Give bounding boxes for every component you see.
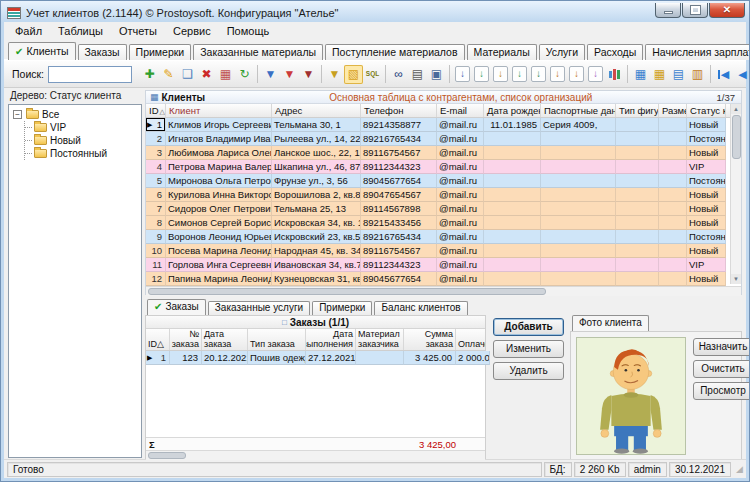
cell-birthdate[interactable] (484, 146, 541, 160)
cell-phone[interactable]: 89216765434 (361, 230, 437, 244)
tree-node-regular[interactable]: Постоянный (25, 147, 139, 160)
cell-phone[interactable]: 89215433456 (361, 216, 437, 230)
cell-order-number[interactable]: 123 (170, 351, 202, 365)
tab-services[interactable]: Услуги (539, 44, 585, 60)
refresh-icon[interactable]: ↻ (235, 65, 254, 84)
export-pdf-icon[interactable]: ↓ (569, 66, 584, 82)
tab-payroll[interactable]: Начисления зарплаты (645, 44, 750, 60)
cell-completion-date[interactable]: 27.12.2021 (306, 351, 356, 365)
cell-id[interactable]: 1▶ (146, 351, 170, 365)
cell-figure-type[interactable] (616, 230, 659, 244)
cell-status[interactable]: Новый (687, 188, 726, 202)
table-row[interactable]: 7Сидоров Олег ПетровичТельмана 25, 13891… (146, 202, 741, 216)
cell-id[interactable]: 11 (146, 258, 166, 272)
cell-birthdate[interactable] (484, 174, 541, 188)
table-row[interactable]: 3Любимова Лариса ОлеговнаЛанское шос., 2… (146, 146, 741, 160)
cell-size[interactable] (659, 118, 687, 132)
cell-paid[interactable]: 2 000.00 (456, 351, 490, 365)
cell-email[interactable]: @mail.ru (437, 230, 484, 244)
filter-remove-all-icon[interactable]: ▼ (299, 65, 318, 84)
cell-birthdate[interactable] (484, 230, 541, 244)
cell-address[interactable]: Фрунзе ул., 3, 56 (272, 174, 361, 188)
cell-email[interactable]: @mail.ru (437, 174, 484, 188)
nav-first-icon[interactable]: ◀ (714, 65, 733, 84)
table-row[interactable]: 5Миронова Ольга ПетровнаФрунзе ул., 3, 5… (146, 174, 741, 188)
cell-phone[interactable]: 89112344323 (361, 160, 437, 174)
cell-figure-type[interactable] (616, 244, 659, 258)
subtab-client-balance[interactable]: Баланс клиентов (374, 301, 467, 315)
cell-status[interactable]: Новый (687, 118, 726, 132)
column-header-birthdate[interactable]: Дата рождения (484, 104, 541, 117)
print-icon[interactable]: ▤ (408, 65, 427, 84)
cell-order-type[interactable]: Пошив одежды (248, 351, 306, 365)
cell-passport[interactable] (541, 272, 616, 286)
cell-email[interactable]: @mail.ru (437, 216, 484, 230)
sql-filter-icon[interactable]: SQL (363, 65, 382, 84)
cell-status[interactable]: Постоянный (687, 132, 726, 146)
minimize-button[interactable] (655, 3, 681, 18)
view-photo-button[interactable]: Просмотр (693, 382, 750, 400)
column-header-email[interactable]: E-mail (437, 104, 484, 117)
menu-item-file[interactable]: Файл (7, 23, 50, 40)
column-header-figure-type[interactable]: Тип фигуры (616, 104, 659, 117)
column-header-order-date[interactable]: Дата заказа (202, 329, 248, 350)
cell-phone[interactable]: 89114567898 (361, 202, 437, 216)
cell-client[interactable]: Папина Марина Леонидовна (166, 272, 272, 286)
cell-status[interactable]: Новый (687, 146, 726, 160)
cell-id[interactable]: 5 (146, 174, 166, 188)
cell-phone[interactable]: 89216765434 (361, 132, 437, 146)
cell-figure-type[interactable] (616, 202, 659, 216)
cell-passport[interactable] (541, 160, 616, 174)
table-row[interactable]: 8Симонов Сергей БорисовичИскровская 34, … (146, 216, 741, 230)
clients-hscrollbar[interactable] (146, 286, 741, 296)
add-record-icon[interactable]: ✚ (140, 65, 159, 84)
cell-client[interactable]: Петрова Марина Валерьевна (166, 160, 272, 174)
cell-status[interactable]: Постоянный (687, 230, 726, 244)
cell-figure-type[interactable] (616, 272, 659, 286)
cell-id[interactable]: 9 (146, 230, 166, 244)
column-header-address[interactable]: Адрес (272, 104, 361, 117)
table-row[interactable]: 4Петрова Марина ВалерьевнаШкапина ул., 4… (146, 160, 741, 174)
cell-figure-type[interactable] (616, 258, 659, 272)
tab-materials[interactable]: Материалы (467, 44, 537, 60)
table-row[interactable]: 9Воронов Леонид ЮрьевичИскровский 23, кв… (146, 230, 741, 244)
cell-order-sum[interactable]: 3 425.00 (404, 351, 456, 365)
cell-client[interactable]: Сидоров Олег Петрович (166, 202, 272, 216)
cell-address[interactable]: Тельмана 30, 1 (272, 118, 361, 132)
cell-figure-type[interactable] (616, 188, 659, 202)
subtab-fittings[interactable]: Примерки (312, 301, 372, 315)
cell-size[interactable] (659, 216, 687, 230)
cell-id[interactable]: 10 (146, 244, 166, 258)
clients-vscrollbar[interactable]: ▲ ▼ (730, 104, 741, 284)
cell-address[interactable]: Ворошилова 2, кв.8 (272, 188, 361, 202)
table-row[interactable]: 12Папина Марина ЛеонидовнаКузнецовская 3… (146, 272, 741, 286)
filter-remove-icon[interactable]: ▼ (280, 65, 299, 84)
cell-client[interactable]: Посева Марина Леонидовна (166, 244, 272, 258)
assign-photo-button[interactable]: Назначить (693, 338, 750, 356)
cell-client-material[interactable] (356, 351, 404, 365)
cell-figure-type[interactable] (616, 160, 659, 174)
cell-size[interactable] (659, 132, 687, 146)
cell-size[interactable] (659, 202, 687, 216)
cell-status[interactable]: Новый (687, 272, 726, 286)
cell-address[interactable]: Рылеева ул., 14, 22 (272, 132, 361, 146)
export-image-icon[interactable]: ↓ (588, 66, 603, 82)
cell-email[interactable]: @mail.ru (437, 132, 484, 146)
cell-address[interactable]: Народная 45, кв. 345 (272, 244, 361, 258)
column-header-order-sum[interactable]: Сумма заказа (404, 329, 456, 350)
column-header-completion-date[interactable]: Дата выполнения (306, 329, 356, 350)
cell-birthdate[interactable] (484, 244, 541, 258)
menu-item-help[interactable]: Помощь (219, 23, 278, 40)
export-csv-icon[interactable]: ↓ (512, 66, 527, 82)
clear-photo-button[interactable]: Очистить (693, 360, 750, 378)
tab-client-photo[interactable]: Фото клиента (572, 315, 649, 331)
cell-phone[interactable]: 89116754567 (361, 244, 437, 258)
cell-client[interactable]: Игнатов Владимир Иванович (166, 132, 272, 146)
cell-passport[interactable] (541, 146, 616, 160)
delete-record-icon[interactable]: ✖ (197, 65, 216, 84)
cell-id[interactable]: 2 (146, 132, 166, 146)
scroll-up-icon[interactable]: ▲ (731, 104, 741, 114)
column-header-order-type[interactable]: Тип заказа (248, 329, 306, 350)
column-header-client-material[interactable]: Материал заказчика (356, 329, 404, 350)
delete-from-table-icon[interactable]: ▦ (216, 65, 235, 84)
